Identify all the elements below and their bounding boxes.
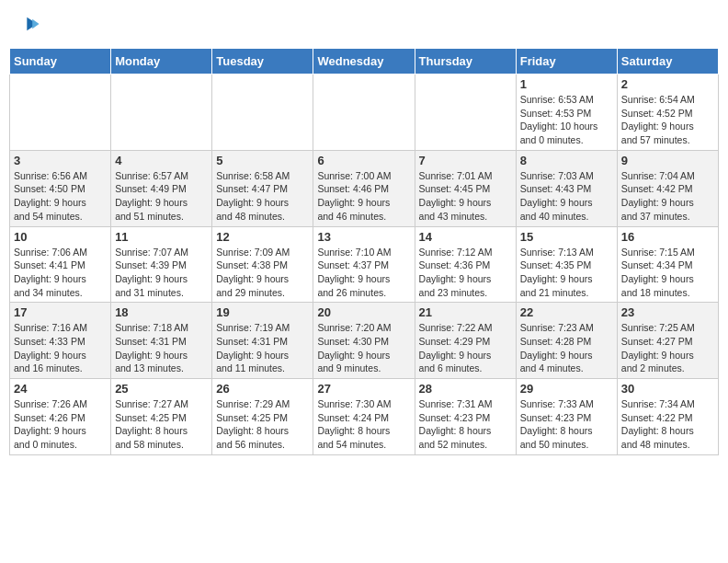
calendar-cell: 20Sunrise: 7:20 AM Sunset: 4:30 PM Dayli…: [313, 303, 415, 379]
cell-content: Sunrise: 7:00 AM Sunset: 4:46 PM Dayligh…: [317, 169, 410, 224]
calendar-cell: [415, 75, 516, 151]
weekday-header-monday: Monday: [111, 49, 212, 75]
calendar-cell: 5Sunrise: 6:58 AM Sunset: 4:47 PM Daylig…: [212, 150, 313, 226]
day-number: 12: [216, 230, 309, 244]
calendar-cell: 3Sunrise: 6:56 AM Sunset: 4:50 PM Daylig…: [10, 150, 111, 226]
weekday-header-friday: Friday: [516, 49, 617, 75]
cell-content: Sunrise: 7:29 AM Sunset: 4:25 PM Dayligh…: [216, 397, 309, 452]
day-number: 23: [621, 305, 714, 319]
calendar-week-row: 17Sunrise: 7:16 AM Sunset: 4:33 PM Dayli…: [10, 303, 719, 379]
calendar-header: SundayMondayTuesdayWednesdayThursdayFrid…: [10, 49, 719, 75]
day-number: 19: [216, 305, 309, 319]
cell-content: Sunrise: 7:18 AM Sunset: 4:31 PM Dayligh…: [115, 321, 208, 375]
cell-content: Sunrise: 7:16 AM Sunset: 4:33 PM Dayligh…: [14, 321, 107, 375]
calendar-cell: 8Sunrise: 7:03 AM Sunset: 4:43 PM Daylig…: [516, 150, 617, 226]
calendar-cell: 21Sunrise: 7:22 AM Sunset: 4:29 PM Dayli…: [415, 303, 516, 379]
calendar-cell: 7Sunrise: 7:01 AM Sunset: 4:45 PM Daylig…: [415, 150, 516, 226]
day-number: 17: [14, 305, 107, 319]
weekday-header-tuesday: Tuesday: [212, 49, 313, 75]
cell-content: Sunrise: 7:15 AM Sunset: 4:34 PM Dayligh…: [621, 246, 714, 300]
weekday-header-saturday: Saturday: [617, 49, 718, 75]
cell-content: Sunrise: 7:33 AM Sunset: 4:23 PM Dayligh…: [520, 397, 613, 452]
calendar-cell: 29Sunrise: 7:33 AM Sunset: 4:23 PM Dayli…: [516, 379, 617, 455]
cell-content: Sunrise: 6:53 AM Sunset: 4:53 PM Dayligh…: [520, 93, 613, 147]
cell-content: Sunrise: 6:57 AM Sunset: 4:49 PM Dayligh…: [115, 169, 208, 224]
calendar-week-row: 3Sunrise: 6:56 AM Sunset: 4:50 PM Daylig…: [10, 150, 719, 226]
calendar-cell: 24Sunrise: 7:26 AM Sunset: 4:26 PM Dayli…: [10, 379, 111, 455]
day-number: 10: [14, 230, 107, 244]
calendar-cell: 13Sunrise: 7:10 AM Sunset: 4:37 PM Dayli…: [313, 226, 415, 303]
weekday-header-wednesday: Wednesday: [313, 49, 415, 75]
calendar-cell: 27Sunrise: 7:30 AM Sunset: 4:24 PM Dayli…: [313, 379, 415, 455]
calendar-cell: 12Sunrise: 7:09 AM Sunset: 4:38 PM Dayli…: [212, 226, 313, 303]
day-number: 30: [621, 382, 714, 396]
calendar-cell: 10Sunrise: 7:06 AM Sunset: 4:41 PM Dayli…: [10, 226, 111, 303]
calendar-cell: 28Sunrise: 7:31 AM Sunset: 4:23 PM Dayli…: [415, 379, 516, 455]
cell-content: Sunrise: 7:12 AM Sunset: 4:36 PM Dayligh…: [419, 246, 512, 300]
day-number: 15: [520, 230, 613, 244]
cell-content: Sunrise: 7:27 AM Sunset: 4:25 PM Dayligh…: [115, 397, 208, 452]
day-number: 14: [419, 230, 512, 244]
cell-content: Sunrise: 7:10 AM Sunset: 4:37 PM Dayligh…: [317, 246, 410, 300]
calendar-cell: 18Sunrise: 7:18 AM Sunset: 4:31 PM Dayli…: [111, 303, 212, 379]
calendar-table: SundayMondayTuesdayWednesdayThursdayFrid…: [9, 48, 719, 455]
cell-content: Sunrise: 7:09 AM Sunset: 4:38 PM Dayligh…: [216, 246, 309, 300]
calendar-cell: 19Sunrise: 7:19 AM Sunset: 4:31 PM Dayli…: [212, 303, 313, 379]
calendar-cell: [111, 75, 212, 151]
day-number: 7: [419, 154, 512, 167]
cell-content: Sunrise: 7:26 AM Sunset: 4:26 PM Dayligh…: [14, 397, 107, 452]
calendar-cell: 15Sunrise: 7:13 AM Sunset: 4:35 PM Dayli…: [516, 226, 617, 303]
calendar-cell: [212, 75, 313, 151]
cell-content: Sunrise: 7:04 AM Sunset: 4:42 PM Dayligh…: [621, 169, 714, 224]
cell-content: Sunrise: 7:13 AM Sunset: 4:35 PM Dayligh…: [520, 246, 613, 300]
calendar-cell: 9Sunrise: 7:04 AM Sunset: 4:42 PM Daylig…: [617, 150, 718, 226]
calendar-cell: 14Sunrise: 7:12 AM Sunset: 4:36 PM Dayli…: [415, 226, 516, 303]
calendar-cell: 25Sunrise: 7:27 AM Sunset: 4:25 PM Dayli…: [111, 379, 212, 455]
day-number: 2: [621, 77, 714, 91]
calendar-cell: 30Sunrise: 7:34 AM Sunset: 4:22 PM Dayli…: [617, 379, 718, 455]
day-number: 9: [621, 154, 714, 167]
day-number: 25: [115, 382, 208, 396]
cell-content: Sunrise: 7:20 AM Sunset: 4:30 PM Dayligh…: [317, 321, 410, 375]
calendar-cell: 23Sunrise: 7:25 AM Sunset: 4:27 PM Dayli…: [617, 303, 718, 379]
day-number: 1: [520, 77, 613, 91]
day-number: 5: [216, 154, 309, 167]
cell-content: Sunrise: 7:07 AM Sunset: 4:39 PM Dayligh…: [115, 246, 208, 300]
day-number: 13: [317, 230, 410, 244]
page-header: [9, 9, 719, 39]
logo-icon: [20, 14, 40, 34]
logo: [18, 14, 40, 34]
cell-content: Sunrise: 7:19 AM Sunset: 4:31 PM Dayligh…: [216, 321, 309, 375]
calendar-week-row: 10Sunrise: 7:06 AM Sunset: 4:41 PM Dayli…: [10, 226, 719, 303]
cell-content: Sunrise: 6:54 AM Sunset: 4:52 PM Dayligh…: [621, 93, 714, 147]
calendar-cell: 26Sunrise: 7:29 AM Sunset: 4:25 PM Dayli…: [212, 379, 313, 455]
day-number: 3: [14, 154, 107, 167]
calendar-body: 1Sunrise: 6:53 AM Sunset: 4:53 PM Daylig…: [10, 75, 719, 455]
day-number: 16: [621, 230, 714, 244]
calendar-week-row: 24Sunrise: 7:26 AM Sunset: 4:26 PM Dayli…: [10, 379, 719, 455]
cell-content: Sunrise: 7:22 AM Sunset: 4:29 PM Dayligh…: [419, 321, 512, 375]
weekday-header-sunday: Sunday: [10, 49, 111, 75]
cell-content: Sunrise: 7:01 AM Sunset: 4:45 PM Dayligh…: [419, 169, 512, 224]
calendar-cell: 17Sunrise: 7:16 AM Sunset: 4:33 PM Dayli…: [10, 303, 111, 379]
day-number: 6: [317, 154, 410, 167]
weekday-header-row: SundayMondayTuesdayWednesdayThursdayFrid…: [10, 49, 719, 75]
calendar-cell: [10, 75, 111, 151]
day-number: 28: [419, 382, 512, 396]
day-number: 29: [520, 382, 613, 396]
calendar-cell: 4Sunrise: 6:57 AM Sunset: 4:49 PM Daylig…: [111, 150, 212, 226]
day-number: 22: [520, 305, 613, 319]
day-number: 4: [115, 154, 208, 167]
cell-content: Sunrise: 7:23 AM Sunset: 4:28 PM Dayligh…: [520, 321, 613, 375]
cell-content: Sunrise: 7:31 AM Sunset: 4:23 PM Dayligh…: [419, 397, 512, 452]
calendar-cell: 16Sunrise: 7:15 AM Sunset: 4:34 PM Dayli…: [617, 226, 718, 303]
day-number: 11: [115, 230, 208, 244]
calendar-cell: [313, 75, 415, 151]
calendar-cell: 22Sunrise: 7:23 AM Sunset: 4:28 PM Dayli…: [516, 303, 617, 379]
calendar-week-row: 1Sunrise: 6:53 AM Sunset: 4:53 PM Daylig…: [10, 75, 719, 151]
day-number: 20: [317, 305, 410, 319]
svg-marker-1: [32, 19, 39, 29]
weekday-header-thursday: Thursday: [415, 49, 516, 75]
day-number: 8: [520, 154, 613, 167]
cell-content: Sunrise: 7:06 AM Sunset: 4:41 PM Dayligh…: [14, 246, 107, 300]
